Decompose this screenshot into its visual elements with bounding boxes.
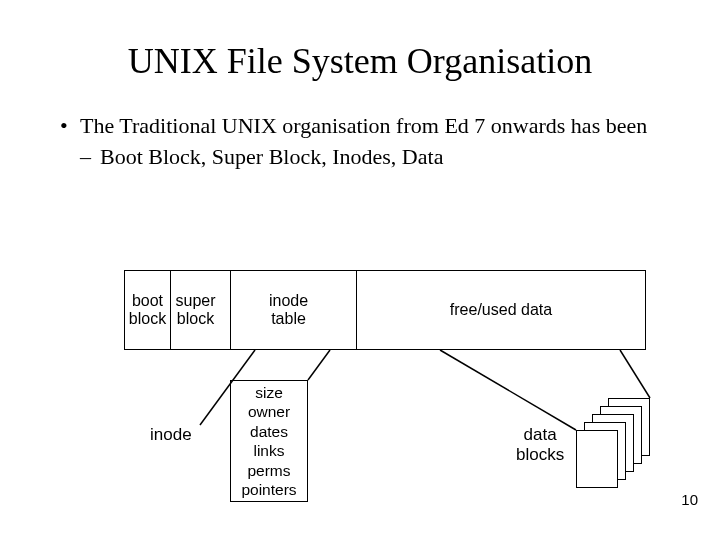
disk-layout-row: bootblock superblock inodetable free/use… bbox=[124, 270, 646, 350]
inode-fields-box: size owner dates links perms pointers bbox=[230, 380, 308, 502]
inode-label: inode bbox=[150, 425, 192, 445]
inode-field: owner bbox=[231, 402, 307, 421]
inode-table-cell: inodetable bbox=[230, 270, 346, 350]
inode-field: pointers bbox=[231, 480, 307, 499]
super-block-cell: superblock bbox=[170, 270, 220, 350]
boot-block-cell: bootblock bbox=[124, 270, 170, 350]
data-block-box bbox=[576, 430, 618, 488]
gap-cell-2 bbox=[346, 270, 356, 350]
svg-line-3 bbox=[620, 350, 650, 398]
bullet-list: The Traditional UNIX organisation from E… bbox=[60, 112, 660, 171]
inode-field: perms bbox=[231, 461, 307, 480]
gap-cell-1 bbox=[220, 270, 230, 350]
inode-field: links bbox=[231, 441, 307, 460]
bullet-main: The Traditional UNIX organisation from E… bbox=[60, 112, 660, 141]
page-title: UNIX File System Organisation bbox=[0, 40, 720, 82]
data-blocks-label: datablocks bbox=[516, 425, 564, 464]
free-used-data-cell: free/used data bbox=[356, 270, 646, 350]
svg-line-1 bbox=[308, 350, 330, 380]
inode-field: size bbox=[231, 383, 307, 402]
inode-field: dates bbox=[231, 422, 307, 441]
bullet-sub: Boot Block, Super Block, Inodes, Data bbox=[60, 143, 660, 172]
svg-line-2 bbox=[440, 350, 576, 430]
page-number: 10 bbox=[681, 491, 698, 508]
